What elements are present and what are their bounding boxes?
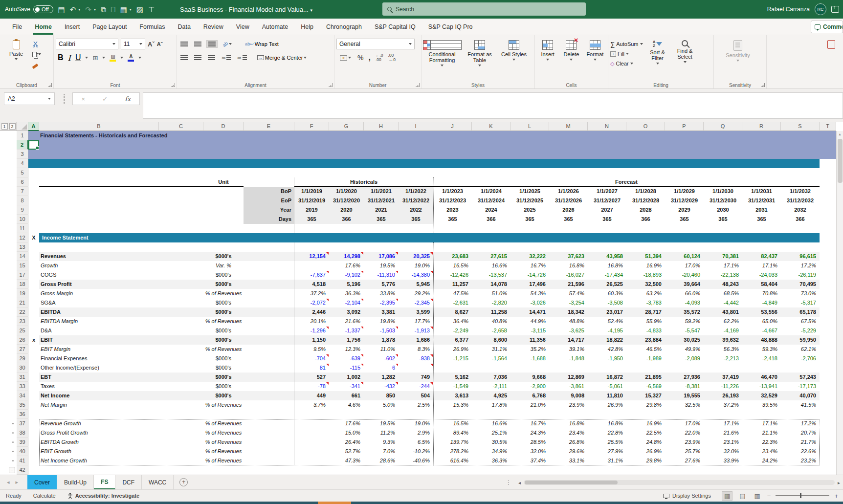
cell-F33[interactable]: -78 [294,382,329,391]
col-header-F[interactable]: F [294,122,329,131]
cell-N30[interactable] [588,363,626,373]
cell-F15[interactable] [294,261,329,270]
cell-A7[interactable] [28,187,39,196]
row-header-7[interactable]: 7 [17,187,28,196]
col-header-Q[interactable]: Q [704,122,742,131]
cell-I17[interactable]: -14,380 [399,270,433,280]
cell-M10[interactable]: 365 [549,215,588,224]
cell-N35[interactable]: 26.9% [588,400,626,410]
cell-D33[interactable]: $000's [203,382,244,391]
cell-K25[interactable]: -2,658 [472,326,510,335]
cell-R27[interactable]: 59.3% [742,345,781,354]
enter-icon[interactable]: ✓ [102,95,108,103]
cell-K22[interactable]: 11,258 [472,307,510,317]
cell-R8[interactable]: 31/12/2031 [742,196,781,205]
cell-T29[interactable] [820,354,836,363]
resize-rows-icon[interactable]: ⧉ [101,6,106,13]
cell-L37[interactable]: 16.7% [510,419,549,428]
font-dialog-launcher-icon[interactable] [171,83,175,87]
cell-B6[interactable] [39,177,159,187]
cell-P35[interactable]: 32.5% [665,400,704,410]
zoom-in-icon[interactable]: + [834,492,838,500]
cell-T22[interactable] [820,307,836,317]
format-painter-button[interactable] [32,61,41,68]
copy-button[interactable] [32,50,41,58]
cell-P41[interactable]: 27.6% [665,456,704,465]
cell-H25[interactable]: -1,503 [364,326,399,335]
ribbon-tab-s-p-capital-iq[interactable]: S&P Capital IQ [368,19,422,35]
clipboard-dialog-launcher-icon[interactable] [48,83,52,87]
cell-K14[interactable]: 27,615 [472,252,510,261]
cell-M40[interactable]: 29.6% [549,447,588,456]
cell-E21[interactable] [244,298,294,307]
cell-C23[interactable] [159,317,203,326]
cell-P10[interactable]: 365 [665,215,704,224]
cell-A19[interactable] [28,289,39,298]
cell-A26[interactable]: x [28,335,39,345]
cell-L27[interactable]: 35.2% [510,345,549,354]
cell-F27[interactable]: 9.5% [294,345,329,354]
avatar[interactable]: RC [815,3,826,15]
cell-C21[interactable] [159,298,203,307]
cell-N26[interactable]: 18,822 [588,335,626,345]
cell-band-row3[interactable] [28,150,836,159]
cell-F10[interactable]: 365 [294,215,329,224]
cell-O34[interactable]: 15,327 [626,391,665,400]
cell-Q22[interactable]: 43,801 [704,307,742,317]
cell-H30[interactable]: 6 [364,363,399,373]
save-icon[interactable]: ▤ [58,6,65,13]
cell-T23[interactable] [820,317,836,326]
cell-N27[interactable]: 42.8% [588,345,626,354]
cell-L40[interactable]: 32.0% [510,447,549,456]
cell-T35[interactable] [820,400,836,410]
cell-B29[interactable]: Financial Expenses [39,354,159,363]
cell-H14[interactable]: 17,086 [364,252,399,261]
cell-E29[interactable] [244,354,294,363]
cell-P25[interactable]: -5,547 [665,326,704,335]
cell-E6[interactable] [244,177,294,187]
row-header-21[interactable]: 21 [17,298,28,307]
row-header-1[interactable]: 1 [17,131,28,140]
autosum-button[interactable]: ∑ AutoSum [610,40,643,48]
conditional-formatting-button[interactable]: Conditional Formatting [423,38,461,81]
cell-K26[interactable]: 8,600 [472,335,510,345]
cell-L22[interactable]: 14,471 [510,307,549,317]
cell-J30[interactable] [433,363,472,373]
cell-D9[interactable] [203,205,244,215]
insert-cells-icon[interactable]: ▦ [120,6,127,13]
cell-R7[interactable]: 1/1/2031 [742,187,781,196]
cell-I31[interactable]: 749 [399,373,433,382]
cell-D14[interactable]: $000's [203,252,244,261]
redo-dropdown-icon[interactable]: ▾ [94,7,96,12]
cell-O26[interactable]: 23,884 [626,335,665,345]
cell-P14[interactable]: 60,124 [665,252,704,261]
cell-B31[interactable]: EBT [39,373,159,382]
cell-M34[interactable]: 9,008 [549,391,588,400]
cell-A14[interactable] [28,252,39,261]
cell-R29[interactable]: -2,418 [742,354,781,363]
cell-E27[interactable] [244,345,294,354]
cell-J41[interactable]: 616.4% [433,456,472,465]
cell-J39[interactable]: 139.7% [433,438,472,447]
cell-E35[interactable] [244,400,294,410]
borders-button[interactable]: ⊞ [92,54,98,62]
cell-S21[interactable]: -5,317 [781,298,820,307]
cell-S19[interactable]: 73.0% [781,289,820,298]
cell-O35[interactable]: 29.8% [626,400,665,410]
outline-level-button-1[interactable]: 1 [1,123,8,130]
cell-M31[interactable]: 12,869 [549,373,588,382]
cell-R31[interactable]: 46,470 [742,373,781,382]
cell-F29[interactable]: -704 [294,354,329,363]
wrap-text-button[interactable]: ab↩ Wrap Text [244,40,280,48]
row-header-31[interactable]: 31 [17,373,28,382]
col-header-P[interactable]: P [665,122,704,131]
display-settings-button[interactable]: Display Settings [657,493,717,499]
cell-A39[interactable] [28,438,39,447]
cell-I37[interactable]: 19.0% [399,419,433,428]
cell-N38[interactable]: 22.8% [588,428,626,438]
cell-T14[interactable] [820,252,836,261]
ribbon-tab-home[interactable]: Home [28,19,58,35]
cell-S10[interactable]: 366 [781,215,820,224]
cell-J19[interactable]: 47.5% [433,289,472,298]
cell-P8[interactable]: 31/12/2029 [665,196,704,205]
